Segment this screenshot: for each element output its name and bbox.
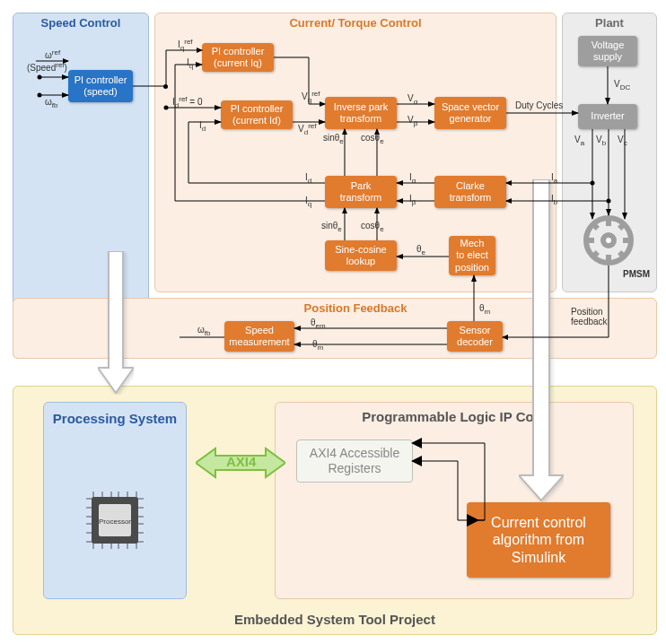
lbl-ia: Ia (551, 172, 557, 185)
plant-title: Plant (562, 16, 657, 30)
ccas-block: Current control algorithm from Simulink (467, 502, 610, 578)
lbl-iq: Iq (187, 57, 193, 70)
svg-marker-38 (98, 251, 134, 393)
lbl-ialpha: Iα (409, 172, 416, 185)
axi4-reg-block: AXI4 Accessible Registers (296, 439, 413, 483)
lbl-costh2: cosθe (361, 221, 384, 233)
lbl-valpha: Vα (407, 93, 417, 106)
lbl-ibeta: Iβ (409, 194, 416, 206)
lbl-thm2: θm (312, 339, 323, 352)
lbl-wfb2: ωfb (197, 325, 210, 337)
svg-rect-3 (606, 217, 611, 226)
svg-block: Space vector generator (434, 97, 506, 129)
lbl-the: θe (416, 244, 425, 257)
position-title: Position Feedback (154, 301, 556, 315)
park-block: Park transform (325, 176, 397, 208)
lbl-wref: ωref (45, 48, 60, 60)
clarke-block: Clarke transform (434, 176, 506, 208)
lbl-vbeta: Vβ (407, 115, 417, 127)
plcore-title: Programmable Logic IP Core (275, 409, 634, 424)
pi-iq-block: PI controller (current Iq) (202, 43, 274, 72)
lbl-thm: θm (479, 303, 490, 316)
pi-speed-block: PI controller (speed) (68, 70, 133, 102)
svg-rect-6 (623, 238, 632, 243)
speedm-block: Speed measurement (224, 321, 294, 352)
lbl-iq2: Iq (305, 196, 311, 208)
lbl-id2: Id (305, 172, 311, 185)
arrow-speed-to-ps (98, 251, 134, 398)
lbl-idref: Idref = 0 (172, 95, 203, 109)
inv-park-block: Inverse park transform (325, 97, 397, 129)
current-title: Current/ Torque Control (154, 16, 556, 30)
lbl-va: Va (574, 135, 584, 147)
lbl-them: θem (311, 318, 326, 330)
arrow-current-to-pl (519, 179, 564, 506)
sincos-block: Sine-cosine lookup (325, 240, 397, 271)
lbl-ib: Ib (551, 194, 557, 206)
pmsm-label: PMSM (623, 269, 650, 279)
lbl-id: Id (199, 120, 206, 133)
lbl-sinth: sinθe (323, 133, 344, 145)
lbl-vdref: Vdref (298, 122, 316, 136)
inverter-block: Inverter (578, 104, 637, 129)
lbl-vqref: Vqref (302, 90, 320, 104)
svg-marker-39 (519, 179, 564, 500)
axi4-label: AXI4 (226, 454, 256, 469)
sensor-block: Sensor decoder (447, 321, 503, 352)
svg-point-2 (606, 238, 611, 243)
lbl-costh: cosθe (361, 133, 384, 145)
voltage-block: Voltage supply (578, 36, 637, 66)
lbl-duty: Duty Cycles (515, 100, 563, 110)
mech-block: Mech to elect position (449, 236, 495, 275)
lbl-wfb: ωfb (45, 97, 57, 109)
svg-rect-5 (585, 238, 594, 243)
lbl-sinth2: sinθe (321, 221, 342, 233)
lbl-vdc: VDC (614, 79, 630, 91)
lbl-vb: Vb (596, 135, 606, 147)
pmsm-icon (583, 215, 634, 265)
lbl-vc: Vc (618, 135, 627, 147)
lbl-iqref: Iqref (178, 38, 193, 52)
lbl-posfb: Positionfeedback (571, 307, 625, 326)
svg-text:Processor: Processor (99, 518, 131, 526)
speed-title: Speed Control (13, 16, 149, 30)
pi-id-block: PI controller (current Id) (221, 100, 293, 129)
processor-icon: Processor (84, 490, 145, 551)
lbl-speedref: (Speedref) (27, 61, 67, 73)
processing-title: Processing System (43, 411, 187, 426)
svg-rect-4 (606, 255, 611, 264)
embedded-title: Embedded System Tool Project (13, 612, 657, 627)
